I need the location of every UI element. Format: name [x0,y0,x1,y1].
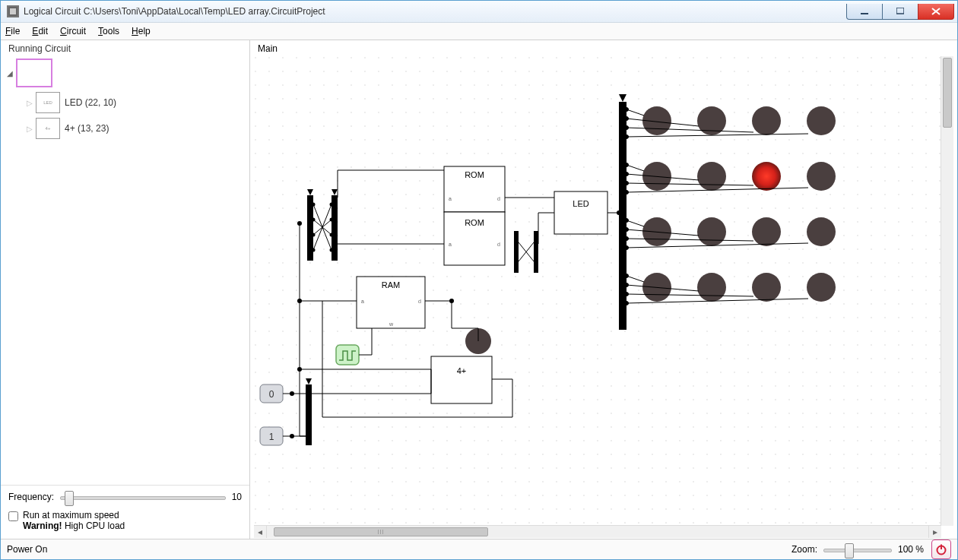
close-button[interactable] [918,4,954,20]
svg-rect-36 [554,191,607,234]
adder-block[interactable]: 4+ [431,356,492,403]
expander-icon[interactable]: ▷ [25,125,34,133]
svg-text:0: 0 [269,389,274,400]
rom-2[interactable]: ROM a d [444,212,505,265]
menu-file[interactable]: File [5,26,20,36]
expander-icon[interactable]: ◢ [5,69,14,78]
led-r4c2[interactable] [697,273,726,302]
svg-point-63 [625,172,629,176]
client-area: Running Circuit ◢ ▷ LED LED (22, 10) ▷ 4… [1,40,957,539]
svg-point-84 [617,210,621,215]
svg-text:a: a [449,196,452,201]
svg-text:w: w [389,321,394,327]
run-max-label: Run at maximum speed [23,510,119,520]
circuit-canvas[interactable]: ROM a d ROM a d [254,56,941,526]
svg-point-16 [312,203,316,207]
svg-text:d: d [418,299,421,304]
led-r4c4[interactable] [807,273,836,302]
svg-text:a: a [361,299,364,304]
power-button[interactable] [931,539,951,559]
svg-point-18 [312,233,316,237]
zoom-label: Zoom: [791,544,817,555]
svg-point-22 [330,233,334,237]
led-r4c3[interactable] [752,273,781,302]
minimize-button[interactable] [846,4,883,20]
svg-text:4+: 4+ [457,366,467,375]
frequency-row: Frequency: 10 [8,490,242,504]
svg-rect-3 [896,8,904,14]
svg-text:d: d [497,196,500,201]
svg-point-79 [625,283,629,287]
zoom-controls: Zoom: 100 % [791,543,924,556]
svg-point-65 [625,182,629,185]
led-r3c4[interactable] [807,217,836,246]
svg-point-61 [625,163,629,167]
svg-text:a: a [449,242,452,247]
circuit-svg[interactable]: ROM a d ROM a d [254,56,941,526]
chip-icon [16,59,52,87]
power-icon [935,543,947,555]
svg-point-20 [330,203,334,207]
scroll-left-arrow-icon[interactable]: ◂ [254,526,267,538]
led-r2c2[interactable] [697,162,726,191]
circuit-tree[interactable]: ◢ ▷ LED LED (22, 10) ▷ 4+ 4+ (13, 23) [1,55,249,485]
left-panel-bottom: Frequency: 10 Run at maximum speed Warni… [1,485,249,539]
vertical-scroll-thumb[interactable] [943,58,952,128]
menu-edit[interactable]: Edit [32,26,48,36]
tree-node-adder[interactable]: ▷ 4+ 4+ (13, 23) [25,118,245,139]
svg-point-71 [625,228,629,232]
expander-icon[interactable]: ▷ [25,99,34,107]
run-max-checkbox[interactable] [8,511,18,521]
led-r3c2[interactable] [697,217,726,246]
svg-point-67 [625,191,629,195]
svg-point-75 [625,246,629,250]
tree-node-led[interactable]: ▷ LED LED (22, 10) [25,92,245,113]
frequency-slider[interactable] [60,490,226,504]
svg-point-83 [625,302,629,305]
led-r3c3[interactable] [752,217,781,246]
clock[interactable] [336,345,359,365]
svg-point-88 [290,391,294,396]
titlebar[interactable]: Logical Circuit C:\Users\Toni\AppData\Lo… [1,1,957,23]
led-r1c4[interactable] [807,106,836,135]
window-controls [847,4,954,19]
window-title: Logical Circuit C:\Users\Toni\AppData\Lo… [24,6,847,17]
zoom-slider[interactable] [823,543,892,556]
maximize-button[interactable] [882,4,918,20]
svg-rect-1 [10,8,16,14]
main-panel: Main [250,40,957,539]
svg-point-17 [312,218,316,222]
status-text: Power On [7,544,791,555]
statusbar: Power On Zoom: 100 % [1,539,957,559]
svg-point-59 [625,135,629,139]
led-r2c4[interactable] [807,162,836,191]
menu-help[interactable]: Help [132,26,151,36]
led-block[interactable]: LED [554,191,607,234]
pin-splitter[interactable] [306,384,312,445]
pin-0[interactable]: 0 [260,384,283,403]
svg-point-53 [625,108,629,112]
menu-tools[interactable]: Tools [98,26,119,36]
left-panel: Running Circuit ◢ ▷ LED LED (22, 10) ▷ 4… [1,40,250,539]
menu-circuit[interactable]: Circuit [60,26,86,36]
rom-1[interactable]: ROM a d [444,166,505,212]
svg-text:ROM: ROM [465,218,484,227]
horizontal-scrollbar[interactable]: ◂ ▸ [254,525,941,538]
horizontal-scroll-thumb[interactable] [274,527,488,536]
svg-text:1: 1 [269,432,274,442]
svg-text:d: d [497,242,500,247]
ram-block[interactable]: RAM a d w [357,277,425,328]
svg-text:RAM: RAM [382,280,400,289]
led-r2c3-on[interactable] [752,162,781,191]
canvas-wrap: ROM a d ROM a d [253,55,954,539]
vertical-scrollbar[interactable] [941,56,953,526]
svg-point-81 [625,293,629,296]
svg-point-21 [330,218,334,222]
svg-point-85 [297,221,302,226]
scroll-right-arrow-icon[interactable]: ▸ [928,526,941,538]
pin-1[interactable]: 1 [260,427,283,445]
chip-icon: 4+ [36,118,60,139]
tree-node-root[interactable]: ◢ [5,59,245,87]
app-icon [7,5,19,17]
led-r1c3[interactable] [752,106,781,135]
